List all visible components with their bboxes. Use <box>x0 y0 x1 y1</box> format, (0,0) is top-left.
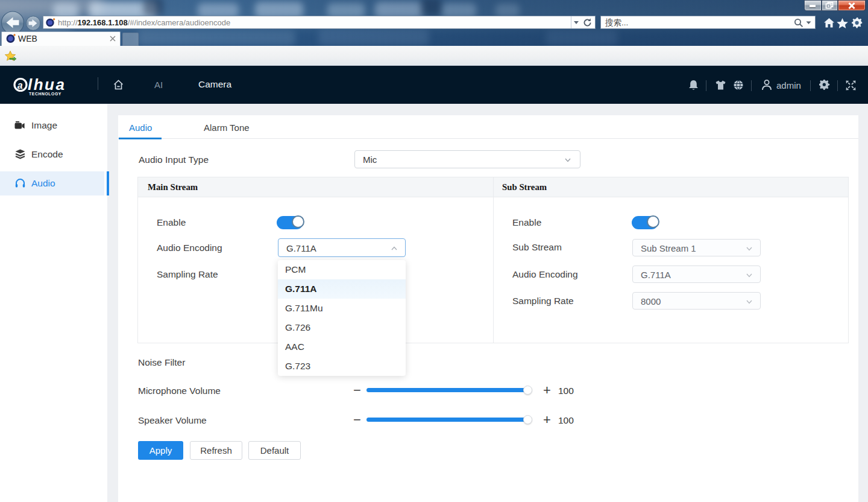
svg-text:a: a <box>17 80 23 91</box>
svg-text:TECHNOLOGY: TECHNOLOGY <box>29 92 61 96</box>
svg-text:lhua: lhua <box>28 76 66 94</box>
